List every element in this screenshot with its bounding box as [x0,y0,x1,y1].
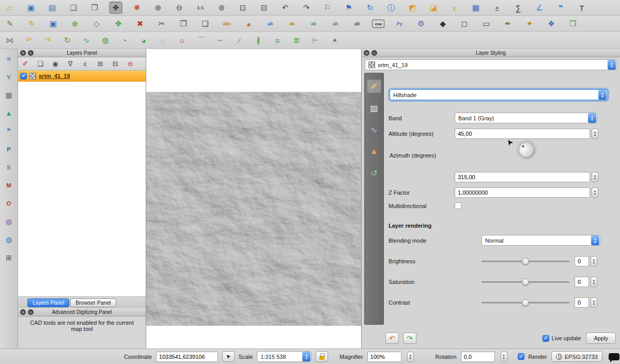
layer-item[interactable]: srtm_41_19 [18,71,146,82]
zoom-full-extent-icon[interactable]: ⊛ [215,2,228,14]
live-update-checkbox[interactable] [542,335,549,342]
paste-features-icon[interactable]: ❏ [198,18,212,30]
filter-by-expression-icon[interactable]: ε [80,59,90,69]
add-part-icon[interactable]: ◔ [118,34,131,46]
add-mesh-layer-icon[interactable]: ▲ [3,107,15,119]
measure-icon[interactable]: ∠ [533,2,546,14]
add-raster-layer-icon[interactable]: ▦ [3,89,15,101]
add-group-icon[interactable]: ❏ [35,59,45,69]
processing-toolbox-icon[interactable]: ⚙ [414,18,428,30]
zoom-full-icon[interactable]: ✺ [130,2,144,14]
pin-labels-icon[interactable]: ab [264,18,277,30]
azimuth-stepper[interactable]: ▲▼ [592,172,598,182]
multidirectional-checkbox[interactable] [455,202,461,209]
saturation-value-input[interactable] [575,277,589,287]
saturation-slider[interactable] [482,278,569,286]
contrast-slider[interactable] [482,299,569,306]
combo-stepper-icon[interactable]: ▲▼ [302,352,311,361]
coordinate-extent-icon[interactable]: ➤ [222,351,235,362]
extent-rectangle-icon[interactable]: ◻ [458,18,471,30]
magnifier-input[interactable] [367,352,401,362]
map-tips-icon[interactable]: ❝ [554,2,567,14]
symbology-tab-icon[interactable]: ✐ [367,80,381,93]
split-parts-icon[interactable]: ∦ [252,34,265,46]
pyramids-tab-icon[interactable]: ▲ [367,145,381,158]
new-print-layout-icon[interactable]: ❏ [67,2,80,14]
data-source-manager-icon[interactable]: ≡ [3,53,15,65]
show-bookmarks-icon[interactable]: ⚑ [342,2,355,14]
brightness-value-input[interactable] [575,256,589,266]
add-wfs-layer-icon[interactable]: ◍ [3,234,15,245]
add-wms-layer-icon[interactable]: ◍ [3,216,15,227]
hillshade-raster[interactable] [146,92,361,326]
close-panel-icon[interactable]: × [20,50,26,56]
messages-icon[interactable] [609,353,619,360]
simplify-feature-icon[interactable]: ∿ [80,34,93,46]
csw-search-icon[interactable]: csw [372,20,384,28]
select-features-icon[interactable]: ◩ [406,2,419,14]
move-feature-icon[interactable]: ✥ [112,18,125,30]
zfactor-input[interactable] [455,187,590,198]
map-canvas[interactable] [146,49,362,349]
open-layer-styling-icon[interactable]: ✐ [20,59,30,69]
layer-selector-combo[interactable]: srtm_41_19 ▲▼ [365,59,617,70]
attribute-table-icon[interactable]: ▦ [469,2,483,14]
combo-stepper-icon[interactable]: ▲▼ [608,60,616,70]
sketch-tool-icon[interactable]: ✒ [501,18,515,30]
float-panel-icon[interactable]: ▫ [371,50,377,56]
slider-thumb[interactable] [522,299,529,306]
reshape-features-icon[interactable]: ∽ [213,34,227,46]
combo-stepper-icon[interactable]: ▲▼ [588,113,596,123]
deselect-features-icon[interactable]: ◪ [427,2,440,14]
zoom-native-icon[interactable]: 1:1 [194,2,207,14]
expand-all-icon[interactable]: ⊞ [95,59,105,69]
delete-ring-icon[interactable]: ◌ [156,34,169,46]
slider-thumb[interactable] [522,278,529,286]
manage-map-themes-icon[interactable]: ◉ [50,59,60,69]
band-combo[interactable]: Band 1 (Gray) ▲▼ [455,113,597,123]
zfactor-stepper[interactable]: ▲▼ [592,187,598,198]
refresh-map-icon[interactable]: ↻ [363,2,377,14]
copy-features-icon[interactable]: ❐ [177,18,190,30]
layer-effects-icon[interactable]: ❖ [545,18,558,30]
filter-legend-icon[interactable]: ∇ [65,59,75,69]
value-stepper[interactable]: ▲▼ [591,297,597,308]
slider-thumb[interactable] [522,258,529,265]
add-postgis-layer-icon[interactable]: P [3,144,15,155]
fill-ring-icon[interactable]: ◕ [137,34,150,46]
merge-attributes-icon[interactable]: ≣ [290,34,303,46]
rotation-stepper[interactable]: ▲▼ [501,352,507,362]
zoom-to-selection-icon[interactable]: ⊡ [236,2,250,14]
zoom-to-layer-icon[interactable]: ⊟ [257,2,271,14]
apply-button[interactable]: Apply [586,333,616,344]
combo-stepper-icon[interactable]: ▲▼ [591,235,599,245]
add-spatialite-layer-icon[interactable]: S [3,162,15,173]
remove-layer-icon[interactable]: ⊖ [125,59,135,69]
zoom-in-icon[interactable]: ⊕ [151,2,165,14]
add-delimited-text-icon[interactable]: ❞ [3,125,15,137]
zoom-next-icon[interactable]: ↷ [300,2,313,14]
add-oracle-layer-icon[interactable]: O [3,198,15,209]
fixed-extent-icon[interactable]: ▭ [479,18,493,30]
histogram-tab-icon[interactable]: ∿ [367,123,381,136]
rotate-label-icon[interactable]: ab [329,18,342,30]
merge-features-icon[interactable]: ≡ [271,34,284,46]
value-stepper[interactable]: ▲▼ [591,256,597,266]
python-console-icon[interactable]: Py [393,18,406,30]
float-panel-icon[interactable]: ▫ [28,309,34,315]
brightness-slider[interactable] [482,258,569,265]
save-project-icon[interactable]: ▣ [24,2,38,14]
change-label-icon[interactable]: ab [350,18,364,30]
toggle-editing-icon[interactable]: ✎ [25,18,38,30]
offset-curve-icon[interactable]: ⌒ [194,34,208,46]
add-virtual-layer-icon[interactable]: ⊞ [3,252,15,263]
labeling-options-icon[interactable]: abc [220,18,234,30]
scale-combo[interactable]: 1:315 538 ▲▼ [257,351,312,362]
add-ring-icon[interactable]: ◍ [99,34,112,46]
float-panel-icon[interactable]: ▫ [28,50,34,56]
highlight-labels-icon[interactable]: ab [285,18,299,30]
close-panel-icon[interactable]: × [20,309,26,315]
layout-manager-icon[interactable]: ❐ [88,2,101,14]
altitude-stepper[interactable]: ▲▼ [592,129,598,139]
tab-layers-panel[interactable]: Layers Panel [27,298,69,307]
